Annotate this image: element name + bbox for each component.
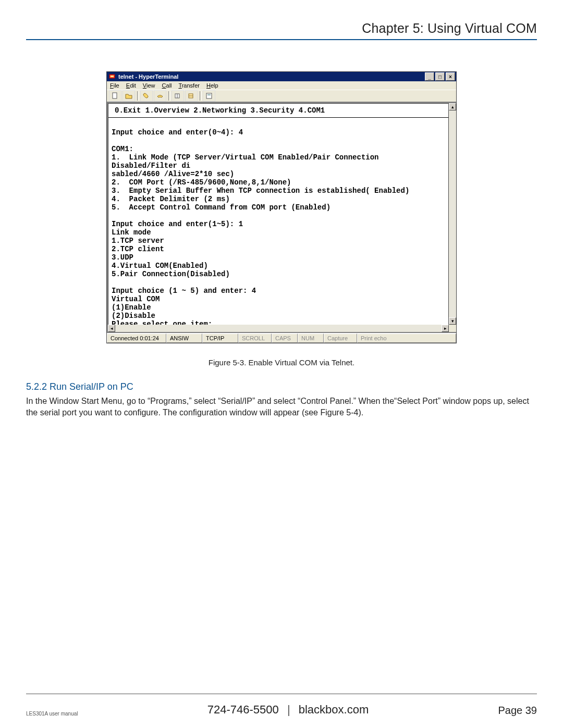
footer-manual: LES301A user manual [26, 711, 78, 717]
status-emulation: ANSIW [166, 334, 202, 343]
scroll-track[interactable] [115, 325, 442, 332]
scroll-left-icon[interactable]: ◂ [108, 325, 115, 332]
phone-icon[interactable] [140, 90, 153, 102]
window-title: telnet - HyperTerminal [118, 73, 425, 80]
menu-help[interactable]: Help [206, 82, 218, 89]
titlebar[interactable]: telnet - HyperTerminal _ □ × [107, 72, 456, 81]
footer-contact: 724-746-5500 | blackbox.com [207, 703, 369, 717]
footer-page-number: Page 39 [498, 705, 537, 717]
client-area: 0.Exit 1.Overview 2.Networking 3.Securit… [107, 102, 456, 333]
open-icon[interactable] [123, 90, 135, 102]
minimize-button[interactable]: _ [425, 72, 434, 81]
close-button[interactable]: × [446, 72, 455, 81]
menubar[interactable]: File Edit View Call Transfer Help [107, 81, 456, 90]
terminal-output[interactable]: Input choice and enter(0~4): 4 COM1: 1. … [108, 117, 448, 331]
toolbar [107, 90, 456, 102]
footer-separator: | [287, 703, 290, 716]
properties-icon[interactable] [203, 90, 215, 102]
size-grip-icon[interactable] [449, 325, 456, 332]
section-heading: 5.2.2 Run Serial/IP on PC [26, 381, 537, 392]
toolbar-separator [200, 91, 202, 101]
menu-view[interactable]: View [143, 82, 155, 89]
status-capture: Capture [324, 334, 357, 343]
status-caps: CAPS [272, 334, 298, 343]
status-connected: Connected 0:01:24 [107, 334, 166, 343]
footer-phone: 724-746-5500 [207, 703, 279, 716]
menu-file[interactable]: File [110, 82, 119, 89]
footer-site: blackbox.com [299, 703, 369, 716]
terminal-tabstrip: 0.Exit 1.Overview 2.Networking 3.Securit… [108, 104, 448, 117]
status-scroll: SCROLL [238, 334, 272, 343]
toolbar-separator [168, 91, 170, 101]
horizontal-scrollbar[interactable]: ◂ ▸ [108, 325, 449, 332]
vertical-scrollbar[interactable]: ▴ ▾ [449, 103, 456, 325]
menu-transfer[interactable]: Transfer [178, 82, 200, 89]
statusbar: Connected 0:01:24 ANSIW TCP/IP SCROLL CA… [107, 333, 456, 343]
hangup-icon[interactable] [154, 90, 166, 102]
hyperterminal-window: telnet - HyperTerminal _ □ × File Edit V… [106, 71, 457, 343]
app-icon [109, 73, 116, 80]
send-icon[interactable] [172, 90, 184, 102]
scroll-right-icon[interactable]: ▸ [442, 325, 449, 332]
toolbar-separator [137, 91, 139, 101]
scroll-track[interactable] [449, 110, 456, 317]
svg-rect-5 [206, 93, 212, 98]
status-num: NUM [298, 334, 324, 343]
svg-rect-6 [207, 94, 211, 95]
svg-rect-1 [111, 76, 114, 77]
section-body: In the Window Start Menu, go to “Program… [26, 396, 537, 418]
page-footer: LES301A user manual 724-746-5500 | black… [26, 703, 537, 717]
chapter-title: Chapter 5: Using Virtual COM [26, 21, 537, 40]
new-file-icon[interactable] [109, 90, 121, 102]
scroll-down-icon[interactable]: ▾ [449, 317, 456, 325]
figure-caption: Figure 5-3. Enable Virtual COM via Telne… [26, 358, 537, 367]
footer-rule [26, 694, 537, 694]
status-protocol: TCP/IP [202, 334, 238, 343]
scroll-up-icon[interactable]: ▴ [449, 103, 456, 110]
maximize-button[interactable]: □ [435, 72, 445, 81]
menu-call[interactable]: Call [162, 82, 172, 89]
receive-icon[interactable] [185, 90, 198, 102]
svg-rect-2 [113, 93, 117, 98]
menu-edit[interactable]: Edit [126, 82, 136, 89]
status-printecho: Print echo [357, 334, 456, 343]
